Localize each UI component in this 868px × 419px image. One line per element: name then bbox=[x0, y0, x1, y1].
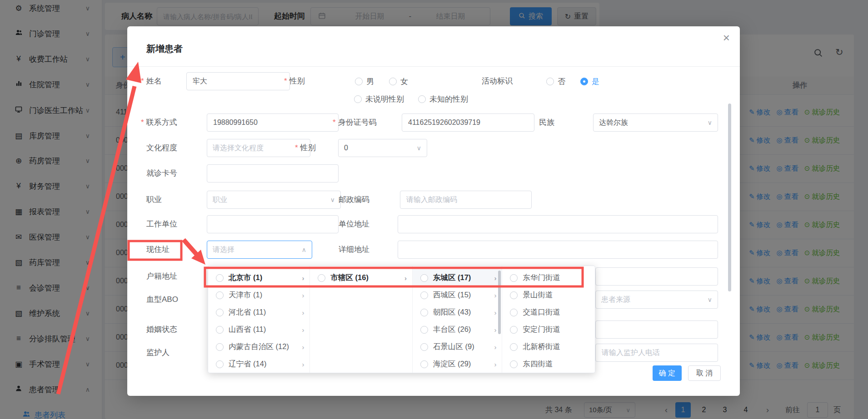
cascader-option-shijingshan[interactable]: 石景山区 (9)› bbox=[413, 338, 502, 355]
chevron-right-icon: › bbox=[494, 360, 496, 368]
gender-label: *性别 bbox=[284, 72, 305, 90]
cascader-option-andingmen[interactable]: 安定门街道 bbox=[502, 321, 595, 338]
chevron-right-icon: › bbox=[302, 360, 304, 368]
postal-input[interactable] bbox=[400, 191, 532, 209]
divider bbox=[127, 66, 740, 67]
name-input[interactable] bbox=[186, 72, 290, 90]
cascader-option-tianjin[interactable]: 天津市 (1)› bbox=[208, 286, 309, 304]
chevron-right-icon: › bbox=[494, 291, 496, 299]
radio-icon bbox=[216, 343, 224, 351]
gender-radio-unstated[interactable]: 未说明性别 bbox=[354, 90, 404, 108]
cascader-district-column: 东城区 (17)› 西城区 (15)› 朝阳区 (43)› 丰台区 (26)› … bbox=[413, 266, 503, 373]
cascader-option-chaoyang[interactable]: 朝阳区 (43)› bbox=[413, 304, 502, 321]
radio-icon bbox=[420, 326, 428, 334]
confirm-button[interactable]: 确 定 bbox=[653, 365, 682, 381]
employer-label: 工作单位 bbox=[146, 215, 177, 233]
cascader-option-shixiaqu[interactable]: 市辖区 (16)› bbox=[310, 269, 412, 286]
cascader-option-liaoning[interactable]: 辽宁省 (14)› bbox=[208, 355, 309, 373]
employer-addr-input[interactable] bbox=[398, 215, 718, 233]
marriage-extra-input[interactable] bbox=[595, 320, 718, 339]
radio-icon bbox=[355, 78, 363, 85]
cascader-option-beijing[interactable]: 北京市 (1)› bbox=[208, 269, 309, 286]
idcard-input[interactable] bbox=[402, 113, 534, 132]
chevron-down-icon: ∨ bbox=[708, 296, 712, 303]
cascader-option-dongcheng[interactable]: 东城区 (17)› bbox=[413, 269, 502, 286]
detail-addr-input[interactable] bbox=[398, 241, 718, 259]
column-scrollbar[interactable] bbox=[498, 271, 501, 334]
modal-scrollbar[interactable] bbox=[728, 104, 731, 291]
chevron-right-icon: › bbox=[404, 274, 407, 282]
cascader-city-column: 市辖区 (16)› bbox=[310, 266, 412, 373]
gender2-select[interactable]: 0∨ bbox=[338, 139, 427, 157]
blood-type-label: 血型ABO bbox=[146, 291, 178, 309]
cancel-button[interactable]: 取 消 bbox=[688, 365, 721, 381]
nation-label: 民族 bbox=[539, 113, 554, 132]
chevron-down-icon: ∨ bbox=[708, 119, 712, 126]
radio-icon bbox=[510, 360, 518, 368]
cascader-option-donghuamen[interactable]: 东华门街道 bbox=[502, 269, 595, 286]
radio-icon bbox=[318, 274, 325, 282]
cascader-option-shanxi[interactable]: 山西省 (11)› bbox=[208, 321, 309, 338]
radio-icon bbox=[510, 274, 518, 282]
chevron-right-icon: › bbox=[494, 274, 496, 282]
chevron-right-icon: › bbox=[302, 326, 304, 334]
marriage-label: 婚姻状态 bbox=[146, 320, 177, 339]
radio-icon bbox=[216, 309, 224, 316]
radio-icon bbox=[510, 291, 518, 299]
education-label: 文化程度 bbox=[146, 139, 177, 157]
cascader-option-fengtai[interactable]: 丰台区 (26)› bbox=[413, 321, 502, 338]
cascader-option-xicheng[interactable]: 西城区 (15)› bbox=[413, 286, 502, 304]
visit-card-input[interactable] bbox=[207, 164, 339, 182]
active-radio-yes[interactable]: 是 bbox=[580, 72, 599, 90]
chevron-right-icon: › bbox=[302, 291, 304, 299]
gender-radio-male[interactable]: 男 bbox=[355, 72, 374, 90]
radio-icon bbox=[420, 291, 428, 299]
detail-addr-label: 详细地址 bbox=[339, 241, 369, 259]
radio-selected-icon bbox=[580, 78, 588, 85]
chevron-right-icon: › bbox=[494, 326, 496, 334]
radio-icon bbox=[216, 326, 224, 334]
occupation-select[interactable]: 职业∨ bbox=[207, 191, 341, 209]
chevron-right-icon: › bbox=[302, 309, 304, 316]
radio-icon bbox=[510, 343, 518, 351]
household-label: 户籍地址 bbox=[146, 267, 177, 286]
radio-icon bbox=[510, 309, 518, 316]
cascader-option-jiaodaokou[interactable]: 交道口街道 bbox=[502, 304, 595, 321]
gender-radio-female[interactable]: 女 bbox=[389, 72, 408, 90]
employer-addr-label: 单位地址 bbox=[339, 215, 369, 233]
chevron-down-icon: ∨ bbox=[417, 144, 421, 152]
guardian-label: 监护人 bbox=[146, 344, 170, 362]
guardian-phone-input[interactable] bbox=[595, 344, 718, 362]
radio-icon bbox=[216, 291, 224, 299]
cascader-option-beixinqiao[interactable]: 北新桥街道 bbox=[502, 338, 595, 355]
radio-icon bbox=[546, 78, 554, 85]
gender2-label: *性别 bbox=[295, 139, 316, 157]
active-radio-no[interactable]: 否 bbox=[546, 72, 565, 90]
modal-title: 新增患者 bbox=[146, 43, 183, 55]
chevron-right-icon: › bbox=[302, 274, 304, 282]
radio-icon bbox=[354, 95, 362, 103]
radio-icon bbox=[420, 343, 428, 351]
household-extra-input[interactable] bbox=[595, 267, 718, 286]
chevron-up-icon: ∧ bbox=[302, 246, 306, 253]
chevron-right-icon: › bbox=[302, 343, 304, 351]
postal-label: 邮政编码 bbox=[339, 191, 369, 209]
cascader-street-column: 东华门街道 景山街道 交道口街道 安定门街道 北新桥街道 东四街道 bbox=[502, 266, 595, 373]
visit-card-label: 就诊卡号 bbox=[146, 164, 177, 182]
patient-source-select[interactable]: 患者来源∨ bbox=[595, 291, 718, 309]
cascader-option-jingshan[interactable]: 景山街道 bbox=[502, 286, 595, 304]
nation-select[interactable]: 达斡尔族∨ bbox=[593, 113, 718, 132]
radio-icon bbox=[216, 360, 224, 368]
cascader-option-dongsi[interactable]: 东四街道 bbox=[502, 355, 595, 373]
contact-input[interactable] bbox=[207, 113, 339, 132]
employer-input[interactable] bbox=[207, 215, 339, 233]
radio-icon bbox=[389, 78, 397, 85]
address-cascader-panel: 北京市 (1)› 天津市 (1)› 河北省 (11)› 山西省 (11)› 内蒙… bbox=[208, 266, 595, 373]
current-address-cascader[interactable]: 请选择∧ bbox=[207, 241, 312, 259]
cascader-province-column: 北京市 (1)› 天津市 (1)› 河北省 (11)› 山西省 (11)› 内蒙… bbox=[208, 266, 310, 373]
cascader-option-neimenggu[interactable]: 内蒙古自治区 (12)› bbox=[208, 338, 309, 355]
close-icon[interactable]: × bbox=[723, 31, 730, 45]
gender-radio-unknown[interactable]: 未知的性别 bbox=[418, 90, 468, 108]
cascader-option-hebei[interactable]: 河北省 (11)› bbox=[208, 304, 309, 321]
cascader-option-haidian[interactable]: 海淀区 (29)› bbox=[413, 355, 502, 373]
